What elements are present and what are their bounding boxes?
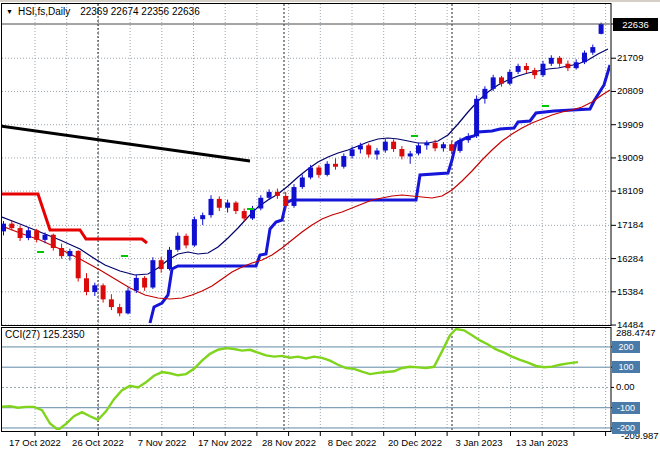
candle-down	[524, 66, 529, 70]
candle-down	[117, 307, 122, 313]
time-axis-label: 13 Jan 2023	[502, 437, 582, 448]
candle-up	[441, 144, 446, 148]
symbol-period-label: HSI,fs,Daily	[18, 6, 70, 17]
candle-up	[474, 99, 479, 136]
price-axis-label: 16284	[617, 253, 643, 264]
candle-up	[590, 47, 595, 53]
candle-down	[366, 145, 371, 154]
candle-up	[424, 143, 429, 146]
candle-up	[258, 198, 263, 209]
candle-up	[300, 177, 305, 187]
price-axis-label: 19009	[617, 152, 643, 163]
candle-up	[200, 215, 205, 219]
candle-down	[84, 278, 89, 292]
support-line	[150, 65, 610, 323]
candle-up	[43, 235, 48, 240]
candle-down	[449, 144, 454, 151]
signal-dash	[247, 208, 254, 210]
price-axis-label: 20809	[617, 85, 643, 96]
candle-up	[350, 149, 355, 156]
candle-up	[466, 136, 471, 140]
chart-canvas[interactable]	[0, 2, 660, 450]
cci-level-tag: -200	[612, 422, 640, 434]
price-axis-label: 18109	[617, 185, 643, 196]
trading-chart-window: ▼HSI,fs,Daily22369 22674 22356 22636 CCI…	[0, 0, 660, 450]
cci-zero-label: 0.00	[616, 381, 635, 392]
cci-level-tag: 200	[612, 341, 640, 353]
candle-down	[316, 168, 321, 175]
price-axis-label: 19909	[617, 119, 643, 130]
cci-level-tag: 100	[612, 361, 640, 373]
candle-up	[267, 192, 272, 198]
cci-level-tag: -100	[612, 402, 640, 414]
candle-up	[325, 164, 330, 175]
price-axis-label: 15384	[617, 286, 643, 297]
candle-up	[92, 285, 97, 292]
candle-down	[532, 70, 537, 75]
ohlc-readout: 22369 22674 22356 22636	[80, 6, 200, 17]
candle-down	[242, 211, 247, 218]
signal-dash	[37, 251, 44, 253]
price-axis-label: 21709	[617, 52, 643, 63]
indicator-label: CCI(27) 125.2350	[5, 329, 85, 340]
signal-dash	[542, 105, 549, 107]
candle-up	[192, 219, 197, 245]
indicator-name: CCI(27)	[5, 329, 40, 340]
candle-up	[582, 53, 587, 63]
candle-up	[541, 64, 546, 75]
candle-up	[408, 153, 413, 156]
candle-down	[101, 285, 106, 299]
price-axis-label: 14484	[617, 319, 643, 330]
candle-up	[167, 250, 172, 269]
symbol-dropdown-icon[interactable]: ▼	[6, 8, 13, 15]
candle-down	[59, 248, 64, 256]
candle-up	[134, 278, 139, 291]
candle-up	[175, 236, 180, 250]
candle-down	[217, 199, 222, 208]
candle-down	[184, 236, 189, 246]
ma-fast-line	[2, 49, 608, 275]
candle-down	[283, 196, 288, 206]
candle-down	[142, 278, 147, 288]
candle-down	[391, 142, 396, 149]
candle-up	[308, 168, 313, 178]
candle-up	[416, 145, 421, 153]
candle-down	[333, 164, 338, 167]
signal-dash	[411, 135, 418, 137]
main-pane-border	[2, 4, 612, 326]
candle-up	[67, 251, 72, 256]
candle-down	[565, 64, 570, 68]
candle-up	[516, 66, 521, 72]
candle-up	[574, 62, 579, 68]
chart-header: ▼HSI,fs,Daily22369 22674 22356 22636	[6, 6, 200, 17]
trendline	[0, 126, 250, 161]
candle-up	[491, 77, 496, 88]
candle-down	[76, 251, 81, 278]
indicator-pane-border	[2, 328, 612, 432]
price-axis-label: 17184	[617, 219, 643, 230]
candle-down	[557, 58, 562, 64]
candle-down	[9, 224, 14, 228]
candle-up	[375, 151, 380, 155]
cci-line	[2, 329, 578, 430]
candle-down	[109, 299, 114, 307]
signal-dash	[121, 255, 128, 257]
candle-up	[458, 140, 463, 151]
candle-up	[482, 89, 487, 99]
candle-up	[549, 58, 554, 64]
candle-up	[225, 203, 230, 208]
candle-up	[292, 187, 297, 206]
candle-up	[150, 260, 155, 287]
candle-down	[433, 143, 438, 149]
candle-down	[275, 192, 280, 196]
resistance-line	[2, 194, 147, 243]
candle-up	[507, 72, 512, 84]
indicator-value: 125.2350	[43, 329, 85, 340]
candle-down	[233, 203, 238, 211]
candle-down	[34, 230, 39, 240]
candle-down	[159, 260, 164, 269]
candle-up	[26, 230, 31, 238]
candle-up	[599, 24, 604, 34]
candle-up	[358, 145, 363, 149]
current-price-tag: 22636	[613, 18, 658, 31]
